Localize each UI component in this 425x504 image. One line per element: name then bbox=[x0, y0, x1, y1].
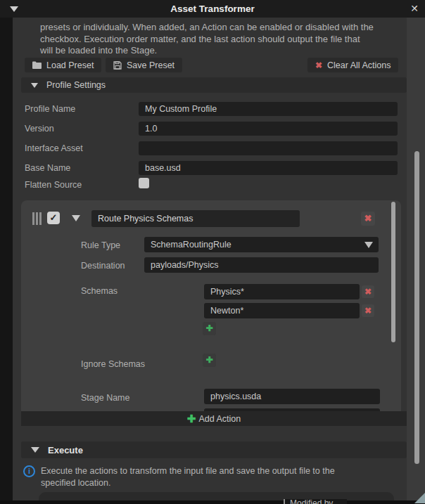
dropdown-arrow-icon bbox=[364, 242, 373, 248]
remove-schema-button[interactable]: ✖ bbox=[362, 285, 374, 298]
folder-icon bbox=[32, 61, 42, 69]
action-enabled-checkbox[interactable]: ✓ bbox=[47, 212, 60, 224]
version-label: Version bbox=[25, 124, 54, 134]
version-input[interactable]: 1.0 bbox=[139, 122, 398, 136]
save-icon bbox=[113, 61, 122, 70]
info-line: specified location. bbox=[41, 477, 386, 489]
collapse-arrow-icon bbox=[31, 447, 39, 453]
add-schema-button[interactable]: ✚ bbox=[203, 322, 216, 335]
flatten-source-label: Flatten Source bbox=[25, 180, 82, 190]
action-name-input[interactable]: Route Physics Schemas bbox=[91, 210, 300, 227]
execute-title: Execute bbox=[48, 445, 83, 455]
stage-name-input[interactable]: physics.usda bbox=[204, 389, 380, 404]
interface-asset-input[interactable] bbox=[139, 141, 398, 155]
profile-settings-header[interactable]: Profile Settings bbox=[21, 77, 407, 93]
delete-action-button[interactable]: ✖ bbox=[361, 212, 375, 226]
titlebar: Asset Transformer ✕ bbox=[0, 0, 425, 18]
modified-by-label: Modified by bbox=[290, 499, 333, 504]
profile-name-label: Profile Name bbox=[25, 104, 75, 114]
window-scrollbar-thumb[interactable] bbox=[414, 151, 419, 464]
info-icon: i bbox=[23, 465, 35, 477]
drag-handle-icon[interactable] bbox=[32, 212, 42, 225]
execute-info-text: Execute the actions to transform the inp… bbox=[41, 465, 386, 489]
profile-name-input[interactable]: My Custom Profile bbox=[139, 102, 398, 116]
action-collapse-arrow-icon[interactable] bbox=[72, 215, 80, 221]
asset-transformer-window: Asset Transformer ✕ presets or individua… bbox=[0, 0, 425, 504]
execute-header[interactable]: Execute bbox=[21, 441, 407, 458]
profile-settings-title: Profile Settings bbox=[46, 80, 106, 90]
destination-label: Destination bbox=[81, 261, 125, 271]
remove-schema-button[interactable]: ✖ bbox=[362, 304, 374, 317]
clear-all-actions-label: Clear All Actions bbox=[327, 60, 391, 70]
schemas-label: Schemas bbox=[81, 286, 118, 296]
resize-grip[interactable] bbox=[414, 493, 425, 503]
close-icon[interactable]: ✕ bbox=[410, 0, 419, 18]
intro-paragraph: presets or individually. When added, an … bbox=[40, 22, 392, 57]
rule-type-value: SchemaRoutingRule bbox=[151, 240, 231, 250]
background-window-fragment: Modified by bbox=[284, 499, 347, 504]
clear-x-icon: ✖ bbox=[315, 61, 322, 70]
flatten-source-checkbox[interactable] bbox=[139, 178, 149, 188]
plus-icon: ✚ bbox=[187, 413, 196, 424]
window-bottom-edge bbox=[0, 500, 425, 504]
ignore-schemas-label: Ignore Schemas bbox=[81, 359, 145, 369]
base-name-label: Base Name bbox=[25, 163, 70, 173]
add-ignore-schema-button[interactable]: ✚ bbox=[203, 354, 216, 367]
load-preset-button[interactable]: Load Preset bbox=[25, 58, 101, 72]
collapse-arrow-icon bbox=[31, 83, 38, 88]
intro-line: checkbox. Execution order matter, and th… bbox=[40, 34, 392, 46]
clear-all-actions-button[interactable]: ✖ Clear All Actions bbox=[307, 58, 398, 72]
base-name-input[interactable]: base.usd bbox=[139, 161, 398, 175]
save-preset-button[interactable]: Save Preset bbox=[106, 58, 182, 72]
destination-input[interactable]: payloads/Physics bbox=[144, 257, 379, 273]
info-line: Execute the actions to transform the inp… bbox=[41, 465, 386, 477]
interface-asset-label: Interface Asset bbox=[25, 143, 83, 153]
intro-line: presets or individually. When added, an … bbox=[40, 22, 392, 34]
window-title: Asset Transformer bbox=[0, 0, 425, 18]
rule-type-label: Rule Type bbox=[81, 240, 120, 250]
rule-type-dropdown[interactable]: SchemaRoutingRule bbox=[144, 237, 379, 252]
add-action-button[interactable]: ✚ Add Action bbox=[21, 411, 407, 426]
save-preset-label: Save Preset bbox=[127, 60, 175, 70]
load-preset-label: Load Preset bbox=[46, 60, 94, 70]
schema-input[interactable]: Newton* bbox=[204, 303, 360, 318]
window-left-margin bbox=[0, 18, 13, 504]
add-action-label: Add Action bbox=[198, 414, 241, 424]
intro-line: will be loaded into the Stage. bbox=[40, 45, 392, 57]
stage-name-label: Stage Name bbox=[81, 393, 129, 403]
action-scrollbar-thumb[interactable] bbox=[391, 202, 395, 342]
schema-input[interactable]: Physics* bbox=[204, 284, 360, 299]
